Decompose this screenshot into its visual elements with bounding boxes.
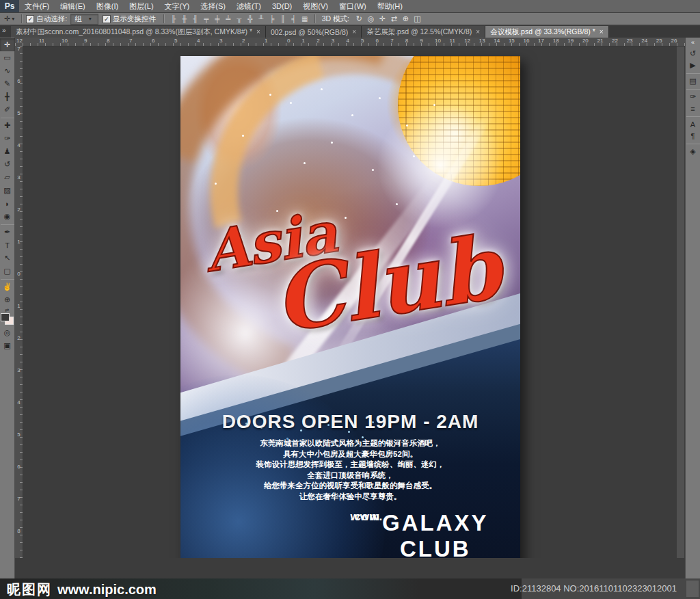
history-brush-tool[interactable]: ↺	[1, 158, 14, 171]
swap-colors-icon[interactable]: ⇄	[5, 308, 10, 312]
ruler-number: 16	[522, 38, 537, 46]
3d-camera-icon[interactable]: ◫	[412, 14, 423, 23]
distribute-right-icon[interactable]: ╡	[288, 14, 299, 25]
ruler-number: 6	[375, 38, 390, 46]
ruler-number: 18	[552, 38, 567, 46]
screen-mode-button[interactable]: ▣	[1, 339, 14, 352]
align-middle-icon[interactable]: ╪	[212, 14, 223, 25]
ruler-number: 8	[105, 38, 128, 46]
menu-item[interactable]: 3D(D)	[267, 0, 297, 12]
menu-item[interactable]: 文件(F)	[19, 0, 55, 12]
menu-item[interactable]: 编辑(E)	[55, 0, 91, 12]
chevron-down-icon[interactable]: ▾	[12, 16, 14, 22]
document-tab[interactable]: 会议模板.psd @ 33.3%(RGB/8) * ×	[485, 26, 608, 38]
show-transform-checkbox[interactable]: ✓	[103, 15, 111, 23]
auto-select-dropdown[interactable]: 组 ▾	[70, 14, 98, 25]
move-tool[interactable]: ✛	[0, 38, 15, 51]
quick-selection-tool[interactable]: ✎	[1, 77, 14, 90]
document-canvas[interactable]: Asia Club DOORS OPEN 19PM - 2AM 东莞南城首家以欧…	[23, 46, 677, 558]
3d-panel-icon[interactable]: ◈	[686, 144, 700, 157]
ruler-number: 1	[301, 38, 316, 46]
history-panel-icon[interactable]: ↺	[686, 48, 700, 59]
align-center-h-icon[interactable]: ╫	[179, 14, 190, 25]
close-icon[interactable]: ×	[352, 28, 356, 36]
path-selection-tool[interactable]: ↖	[1, 252, 14, 265]
pen-tool[interactable]: ✒	[1, 224, 14, 239]
close-icon[interactable]: ×	[256, 28, 260, 36]
dodge-tool[interactable]: ◉	[1, 210, 14, 223]
tab-overflow-icon[interactable]: »	[2, 27, 6, 34]
menu-item[interactable]: 帮助(H)	[372, 0, 408, 12]
expand-dock-icon[interactable]: «	[691, 39, 695, 46]
divider	[314, 14, 315, 23]
3d-pan-icon[interactable]: ✛	[377, 14, 388, 23]
layer-comps-panel-icon[interactable]: ▤	[686, 73, 700, 87]
eyedropper-tool[interactable]: ✐	[1, 103, 14, 116]
close-icon[interactable]: ×	[476, 28, 480, 36]
distribute-middle-icon[interactable]: ╬	[245, 14, 256, 25]
auto-select-checkbox[interactable]: ✓	[26, 15, 34, 23]
align-top-icon[interactable]: ╤	[201, 14, 212, 25]
ruler-number: 0	[15, 271, 23, 303]
align-bottom-icon[interactable]: ╧	[223, 14, 234, 25]
doors-open-text: DOORS OPEN 19PM - 2AM	[180, 411, 520, 433]
poster-document[interactable]: Asia Club DOORS OPEN 19PM - 2AM 东莞南城首家以欧…	[180, 56, 520, 558]
quick-mask-button[interactable]: ◎	[1, 326, 14, 339]
tool-presets-panel-icon[interactable]: ≡	[686, 103, 700, 114]
foreground-color-swatch[interactable]	[1, 313, 10, 321]
move-tool-icon[interactable]: ✛	[4, 14, 10, 23]
poster-body-text: 东莞南城首家以欧陆式风格为主题的银河音乐酒吧，具有大中小包房及超大豪华包房52间…	[180, 438, 520, 502]
ruler-number: 2	[241, 38, 263, 46]
close-icon[interactable]: ×	[600, 28, 604, 36]
menu-item[interactable]: 窗口(W)	[334, 0, 372, 12]
menu-item[interactable]: 文字(Y)	[159, 0, 196, 12]
brush-panel-icon[interactable]: ✑	[686, 89, 700, 103]
vertical-scrollbar[interactable]	[677, 46, 684, 558]
color-swatches[interactable]	[1, 313, 14, 325]
ruler-number: 1	[15, 303, 23, 335]
menu-item[interactable]: 图层(L)	[124, 0, 159, 12]
zoom-tool[interactable]: ⊕	[1, 293, 14, 306]
ruler-number: 5	[15, 431, 23, 464]
ruler-number: 13	[478, 38, 493, 46]
lasso-tool[interactable]: ∿	[1, 64, 14, 77]
align-right-icon[interactable]: ╢	[190, 14, 201, 25]
shape-tool[interactable]: ▢	[1, 265, 14, 278]
menu-item[interactable]: 视图(V)	[297, 0, 334, 12]
clone-stamp-tool[interactable]: ♟	[1, 145, 14, 158]
marquee-tool[interactable]: ▭	[1, 51, 14, 64]
distribute-top-icon[interactable]: ╥	[234, 14, 245, 25]
hand-tool[interactable]: ✌	[1, 279, 14, 293]
document-tab[interactable]: 002.psd @ 50%(RGB/8) ×	[266, 26, 362, 38]
ruler-number: 12	[15, 38, 38, 46]
crop-tool[interactable]: ╋	[1, 90, 14, 103]
menu-item[interactable]: 滤镜(T)	[231, 0, 267, 12]
auto-align-icon[interactable]: ▦	[299, 14, 310, 25]
3d-roll-icon[interactable]: ◎	[365, 14, 377, 23]
character-panel-icon[interactable]: A	[686, 116, 700, 130]
healing-brush-tool[interactable]: ✚	[1, 118, 14, 132]
distribute-center-icon[interactable]: ║	[278, 14, 288, 25]
brush-tool[interactable]: ✑	[1, 132, 14, 145]
align-left-icon[interactable]: ╟	[168, 14, 179, 25]
menu-item[interactable]: 选择(S)	[195, 0, 231, 12]
3d-zoom-icon[interactable]: ⊕	[400, 14, 412, 23]
distribute-bottom-icon[interactable]: ╨	[256, 14, 267, 25]
eraser-tool[interactable]: ▱	[1, 171, 14, 184]
distribute-left-icon[interactable]: ╞	[267, 14, 278, 25]
ruler-number: 12	[463, 38, 478, 46]
3d-mode-label: 3D 模式:	[322, 14, 349, 24]
menu-item[interactable]: 图像(I)	[91, 0, 124, 12]
document-tab[interactable]: 素材中国sccnn.com_201608011048.psd @ 8.33%(图…	[11, 26, 266, 38]
document-tab[interactable]: 茶艺展架.psd @ 12.5%(CMYK/8) ×	[362, 26, 485, 38]
actions-panel-icon[interactable]: ▶	[686, 59, 700, 71]
gradient-tool[interactable]: ▨	[1, 184, 14, 197]
ruler-number: 6	[15, 78, 23, 110]
smudge-tool[interactable]: ◗	[1, 197, 14, 210]
ruler-number: 3	[218, 38, 241, 46]
3d-slide-icon[interactable]: ⇄	[388, 14, 400, 23]
type-tool[interactable]: T	[1, 239, 14, 252]
3d-orbit-icon[interactable]: ↻	[353, 14, 365, 23]
ruler-number: 7	[15, 46, 23, 78]
paragraph-panel-icon[interactable]: ¶	[686, 130, 700, 142]
